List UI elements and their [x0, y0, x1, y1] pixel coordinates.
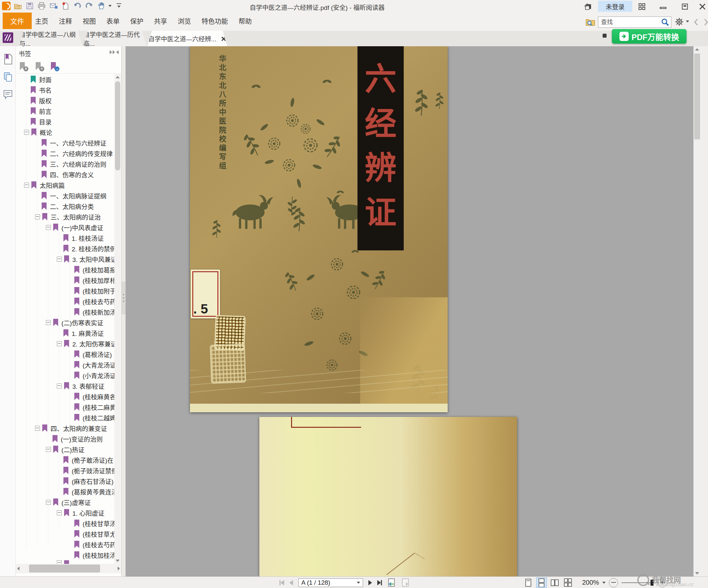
bookmark-expander-icon[interactable]	[46, 500, 51, 505]
ribbon-tab[interactable]: 共享	[152, 16, 169, 26]
minimize-button[interactable]	[657, 1, 669, 12]
bookmark-item[interactable]: 前言	[16, 106, 115, 116]
bookmark-item[interactable]: 一、太阳病脉证提纲	[16, 190, 115, 201]
bookmark-item[interactable]: 四、伤寒的含义	[16, 169, 115, 180]
continuous-facing-layout-icon[interactable]	[563, 578, 573, 588]
panel-splitter[interactable]	[122, 46, 125, 577]
bookmarks-horizontal-scrollbar[interactable]	[16, 564, 121, 573]
document-view[interactable]: 华北东北八所中医院校编写组	[125, 46, 701, 577]
bookmarks-vertical-scrollbar[interactable]	[114, 74, 121, 564]
file-menu-button[interactable]: 文件	[3, 12, 32, 29]
bookmark-item[interactable]: (桂枝新加汤证)	[16, 306, 115, 317]
delete-bookmark-icon[interactable]: ×	[19, 61, 28, 71]
bookmark-item[interactable]: (桂枝二麻黄一汤证)	[16, 402, 115, 412]
document-tab[interactable]: 自学中医之道—六经辨...	[147, 31, 227, 46]
bookmark-item[interactable]: (一)中风表虚证	[16, 222, 115, 233]
search-folder-icon[interactable]	[585, 17, 595, 26]
bookmark-expander-icon[interactable]	[35, 426, 40, 431]
panel-collapse-icon[interactable]	[116, 50, 119, 54]
foxit-logo-icon[interactable]	[2, 2, 10, 10]
save-icon[interactable]	[25, 1, 34, 10]
bookmark-item[interactable]: (二)伤寒表实证	[16, 317, 115, 328]
bookmark-item[interactable]: (桂枝麻黄各半汤证)	[16, 391, 115, 402]
bookmark-expander-icon[interactable]	[46, 447, 51, 452]
bookmark-item[interactable]: (桂枝甘草汤证)	[16, 518, 115, 529]
continuous-layout-icon[interactable]	[536, 578, 547, 588]
bookmark-item[interactable]: (三)虚寒证	[16, 497, 115, 507]
bookmark-item[interactable]: (桂枝二越婢一汤证)	[16, 412, 115, 423]
bookmark-expander-icon[interactable]	[57, 341, 62, 346]
bookmark-item[interactable]: 概论	[16, 127, 115, 138]
bookmark-item[interactable]: (桂枝加桂汤证)	[16, 550, 115, 560]
bookmark-item[interactable]: 三、太阳病的证治	[16, 211, 115, 222]
bookmark-item[interactable]: 1. 心阳虚证	[16, 507, 115, 518]
close-button[interactable]	[697, 1, 708, 12]
bookmark-expander-icon[interactable]	[57, 560, 62, 564]
bookmark-item[interactable]: 3. 太阳中风兼证	[16, 254, 115, 264]
bookmark-item[interactable]: 三、六经病证的治则	[16, 158, 115, 169]
bookmark-item[interactable]: (桂枝加葛报汤证)	[16, 264, 115, 275]
page-number-combo[interactable]: A (1 / 128)	[298, 579, 363, 587]
bookmark-item[interactable]: 书名	[16, 85, 115, 95]
next-page-button[interactable]	[368, 580, 372, 585]
ribbon-tab[interactable]: 注释	[57, 16, 74, 26]
ribbon-tab[interactable]: 浏览	[176, 16, 193, 26]
find-search-icon[interactable]	[661, 18, 670, 27]
bookmark-item[interactable]: (葛根汤证)	[16, 349, 115, 359]
document-tab[interactable]: 自学中医之道—历代临...	[83, 31, 147, 46]
bookmark-item[interactable]: (二)热证	[16, 444, 115, 454]
find-previous-icon[interactable]	[693, 18, 700, 26]
bookmark-expander-icon[interactable]	[24, 183, 29, 188]
scroll-up-icon[interactable]	[116, 76, 120, 78]
bookmark-expander-icon[interactable]	[35, 214, 40, 219]
splitter-grip[interactable]	[122, 282, 125, 315]
bookmark-item[interactable]: (大青龙汤证)	[16, 359, 115, 370]
hand-tool-dropdown-icon[interactable]	[108, 5, 112, 7]
bookmark-item[interactable]: 二、六经病的传变规律	[16, 148, 115, 158]
hand-tool-icon[interactable]	[96, 1, 106, 10]
bookmark-item[interactable]: (桂枝加厚朴杏子汤证)	[16, 275, 115, 286]
tab-close-icon[interactable]	[221, 36, 226, 41]
previous-view-icon[interactable]	[387, 578, 396, 587]
redo-icon[interactable]	[85, 1, 94, 10]
zoom-dropdown-icon[interactable]	[602, 582, 606, 584]
bookmark-item[interactable]: 1. 麻黄汤证	[16, 328, 115, 338]
bookmark-item[interactable]: (桂枝去芍药加蜀漆牡蛎	[16, 539, 115, 550]
document-tab[interactable]: 自学中医之道—八纲与...	[19, 31, 83, 46]
scroll-right-icon[interactable]	[118, 566, 120, 570]
bookmark-item[interactable]	[16, 560, 115, 564]
ribbon-tab[interactable]: 保护	[128, 16, 145, 26]
bookmark-item[interactable]: (一)变证的治则	[16, 433, 115, 444]
page-thumbnails-icon[interactable]	[3, 71, 13, 83]
bookmark-expander-icon[interactable]	[46, 320, 51, 325]
bookmark-item[interactable]: 3. 表郁轻证	[16, 381, 115, 391]
workspace-layout-icon[interactable]	[636, 1, 648, 12]
bookmark-expander-icon[interactable]	[46, 225, 51, 230]
ribbon-tab[interactable]: 特色功能	[200, 16, 230, 26]
bookmark-item[interactable]: 版权	[16, 95, 115, 106]
doc-scroll-up-icon[interactable]	[695, 48, 699, 51]
pdf-converter-promo-button[interactable]: PDF万能转换	[612, 29, 686, 43]
bookmark-item[interactable]: 2. 太阳伤寒兼证	[16, 338, 115, 349]
next-view-icon[interactable]	[401, 578, 410, 587]
single-page-layout-icon[interactable]	[523, 578, 533, 588]
last-page-button[interactable]	[377, 580, 382, 585]
undo-icon[interactable]	[73, 1, 82, 10]
find-settings-gear-icon[interactable]	[675, 17, 684, 26]
document-scroll-thumb[interactable]	[694, 54, 700, 139]
bookmark-item[interactable]: (麻杏石甘汤证)	[16, 476, 115, 486]
first-page-button[interactable]	[279, 580, 284, 585]
bookmark-item[interactable]: (桅子敢汤证)在	[16, 454, 115, 465]
find-dropdown-icon[interactable]	[686, 21, 689, 23]
scroll-down-icon[interactable]	[116, 560, 120, 562]
expand-bookmark-icon[interactable]: →	[50, 61, 59, 71]
bookmark-item[interactable]: 封面	[16, 74, 115, 85]
reading-assistant-icon[interactable]	[3, 32, 13, 43]
find-next-icon[interactable]	[702, 18, 708, 26]
bookmark-expander-icon[interactable]	[57, 510, 62, 515]
bookmark-item[interactable]: 四、太阳病的兼变证	[16, 423, 115, 433]
bookmark-item[interactable]: (桂枝加附于汤证)	[16, 286, 115, 296]
add-bookmark-icon[interactable]: +	[34, 61, 44, 71]
bookmark-expander-icon[interactable]	[57, 384, 62, 388]
share-icon[interactable]	[582, 1, 593, 12]
